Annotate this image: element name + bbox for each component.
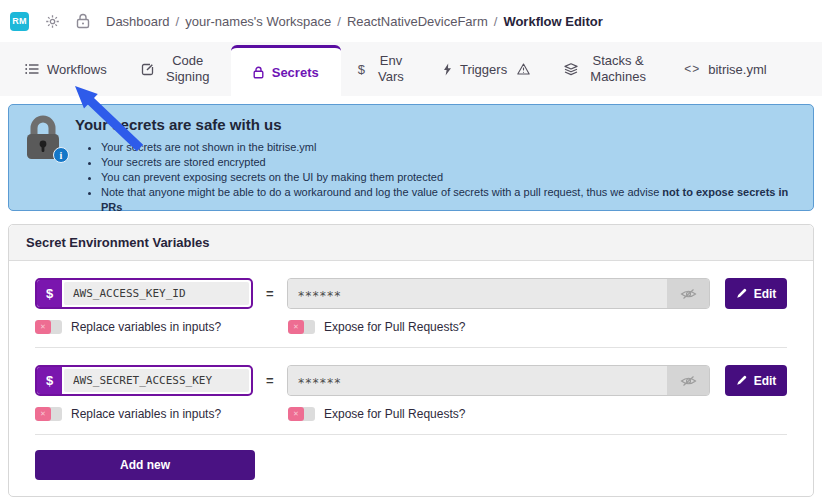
tab-label: Code Signing <box>162 53 214 86</box>
tab-bitrise-yml[interactable]: <> bitrise.yml <box>667 42 784 96</box>
breadcrumb-separator: / <box>337 14 341 29</box>
code-brackets-icon: <> <box>684 62 700 76</box>
secret-value-input <box>288 279 667 308</box>
banner-bullet: You can prevent exposing secrets on the … <box>101 170 799 185</box>
dollar-badge-icon: $ <box>37 367 62 394</box>
gear-icon[interactable] <box>45 14 60 29</box>
secret-value-group <box>287 278 710 309</box>
secret-row-main: $ = <box>35 278 787 309</box>
toggle-label: Expose for Pull Requests? <box>324 407 465 421</box>
banner-title: Your secrets are safe with us <box>75 116 799 133</box>
main-content: i Your secrets are safe with us Your sec… <box>0 96 822 497</box>
replace-variables-option: ✕ Replace variables in inputs? <box>35 407 288 421</box>
secret-value-group <box>287 365 710 396</box>
workflow-editor-page: RM Dashboard / your-names's Workspace / … <box>0 0 822 497</box>
secret-row-main: $ = <box>35 365 787 396</box>
edit-square-icon <box>141 63 154 76</box>
replace-variables-option: ✕ Replace variables in inputs? <box>35 320 288 334</box>
add-new-button[interactable]: Add new <box>35 450 255 480</box>
tab-bar: Workflows Code Signing Secrets $ En <box>0 42 822 96</box>
dollar-icon: $ <box>358 62 365 77</box>
layers-icon <box>564 63 578 76</box>
toggle-label: Replace variables in inputs? <box>71 407 221 421</box>
padlock-graphic: i <box>23 115 75 200</box>
secret-key-group: $ <box>35 365 253 396</box>
row-divider <box>35 434 787 435</box>
dollar-badge-icon: $ <box>37 280 62 307</box>
secret-env-vars-panel: Secret Environment Variables $ = <box>8 224 814 497</box>
warning-icon <box>517 63 530 75</box>
avatar[interactable]: RM <box>10 12 29 31</box>
breadcrumb-separator: / <box>494 14 498 29</box>
eye-slash-icon[interactable] <box>667 366 709 395</box>
equals-sign: = <box>266 286 274 301</box>
tab-label: Env Vars <box>373 53 409 86</box>
breadcrumb-separator: / <box>176 14 180 29</box>
banner-bullet-list: Your secrets are not shown in the bitris… <box>75 140 799 215</box>
topbar: RM Dashboard / your-names's Workspace / … <box>0 0 822 42</box>
lock-icon[interactable] <box>76 13 90 29</box>
expose-pr-option: ✕ Expose for Pull Requests? <box>288 407 465 421</box>
breadcrumb: Dashboard / your-names's Workspace / Rea… <box>106 14 603 29</box>
edit-button[interactable]: Edit <box>725 365 787 396</box>
secret-row-options: ✕ Replace variables in inputs? ✕ Expose … <box>35 320 787 334</box>
toggle-label: Expose for Pull Requests? <box>324 320 465 334</box>
secret-row-options: ✕ Replace variables in inputs? ✕ Expose … <box>35 407 787 421</box>
secret-row: $ = <box>35 261 787 347</box>
equals-sign: = <box>266 373 274 388</box>
tab-secrets[interactable]: Secrets <box>231 45 341 96</box>
x-icon: ✕ <box>35 320 51 334</box>
list-icon <box>25 63 39 75</box>
lightning-icon <box>443 63 452 76</box>
breadcrumb-current-page: Workflow Editor <box>503 14 602 29</box>
breadcrumb-dashboard[interactable]: Dashboard <box>106 14 170 29</box>
pencil-icon <box>736 288 747 299</box>
eye-slash-icon[interactable] <box>667 279 709 308</box>
tab-label: Stacks & Machines <box>586 53 650 86</box>
banner-body: Your secrets are safe with us Your secre… <box>75 115 799 200</box>
toggle-label: Replace variables in inputs? <box>71 320 221 334</box>
x-icon: ✕ <box>288 407 304 421</box>
panel-body: $ = <box>9 261 813 480</box>
tab-label: Triggers <box>460 62 507 77</box>
banner-bullet: Your secrets are not shown in the bitris… <box>101 140 799 155</box>
expose-pr-toggle[interactable]: ✕ <box>288 320 315 334</box>
secret-row: $ = <box>35 348 787 434</box>
banner-bullet: Note that anyone might be able to do a w… <box>101 185 799 215</box>
tab-triggers[interactable]: Triggers <box>426 42 547 96</box>
x-icon: ✕ <box>288 320 304 334</box>
secret-key-input[interactable] <box>64 282 249 305</box>
pencil-icon <box>736 375 747 386</box>
secret-key-input[interactable] <box>64 369 249 392</box>
tab-stacks-machines[interactable]: Stacks & Machines <box>547 42 667 96</box>
expose-pr-option: ✕ Expose for Pull Requests? <box>288 320 465 334</box>
tab-code-signing[interactable]: Code Signing <box>124 42 231 96</box>
replace-variables-toggle[interactable]: ✕ <box>35 407 62 421</box>
tab-label: bitrise.yml <box>708 62 767 77</box>
panel-title: Secret Environment Variables <box>9 225 813 261</box>
secret-value-input <box>288 366 667 395</box>
tab-env-vars[interactable]: $ Env Vars <box>341 42 426 96</box>
edit-button[interactable]: Edit <box>725 278 787 309</box>
info-icon: i <box>53 147 69 163</box>
tab-label: Secrets <box>272 65 319 80</box>
breadcrumb-app[interactable]: ReactNativeDeviceFarm <box>347 14 488 29</box>
tab-label: Workflows <box>47 62 107 77</box>
banner-bullet: Your secrets are stored encrypted <box>101 155 799 170</box>
lock-icon <box>253 66 264 79</box>
expose-pr-toggle[interactable]: ✕ <box>288 407 315 421</box>
secrets-info-banner: i Your secrets are safe with us Your sec… <box>8 104 814 211</box>
secret-key-group: $ <box>35 278 253 309</box>
breadcrumb-workspace[interactable]: your-names's Workspace <box>185 14 331 29</box>
x-icon: ✕ <box>35 407 51 421</box>
tab-workflows[interactable]: Workflows <box>25 42 124 96</box>
replace-variables-toggle[interactable]: ✕ <box>35 320 62 334</box>
